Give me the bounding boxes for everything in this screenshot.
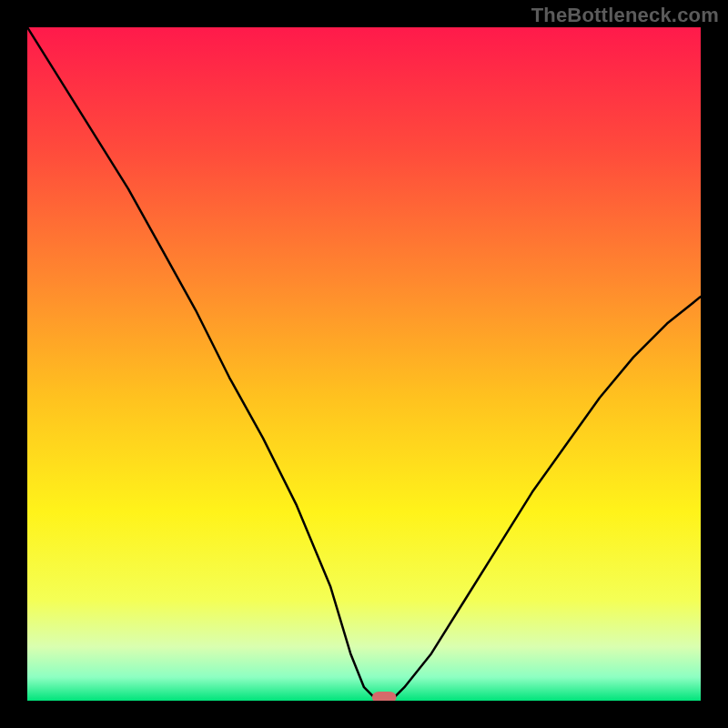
optimum-marker	[372, 692, 397, 701]
plot-area	[27, 27, 701, 701]
chart-frame: TheBottleneck.com	[0, 0, 728, 728]
gradient-background	[27, 27, 701, 701]
watermark-text: TheBottleneck.com	[531, 4, 719, 27]
bottleneck-chart	[27, 27, 701, 701]
